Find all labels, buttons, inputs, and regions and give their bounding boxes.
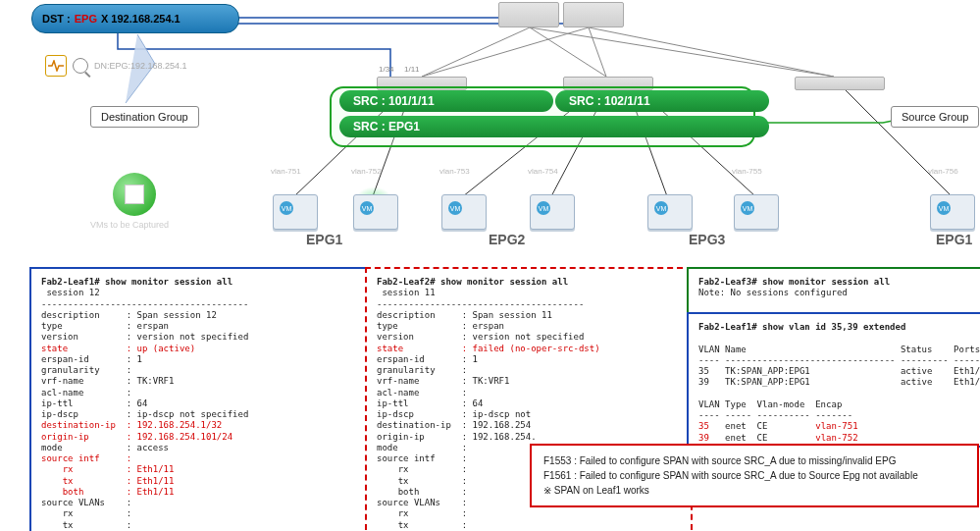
term-leaf1: Fab2-Leaf1# show monitor session all ses… [29,267,367,531]
spine-1 [498,2,559,27]
callout-dst: Destination Group [90,106,199,128]
vlan-4: vlan-754 [528,167,558,176]
server-1: VM [273,194,318,230]
server-7: VM [930,194,975,230]
vlan-5: vlan-755 [732,167,762,176]
leaf-3 [795,77,885,90]
dn-row: DN:EPG:192.168.254.1 [45,55,187,77]
src-pill-a: SRC : 101/1/11 [339,90,553,112]
dst-prefix: DST : [42,13,71,25]
fault-2: F1561 : Failed to configure SPAN with so… [543,468,965,483]
server-2: VM [353,194,398,230]
vm-captured-icon [113,173,156,216]
svg-line-2 [530,27,834,77]
spine-2 [563,2,624,27]
vm-caption: VMs to be Captured [90,220,169,230]
server-5: VM [647,194,693,230]
vlan-6: vlan-756 [928,167,958,176]
fault-1: F1553 : Failed to configure SPAN with so… [543,453,965,468]
port-1-11: 1/11 [404,65,420,74]
callout-src: Source Group [891,106,979,128]
epg-label-4: EPG1 [936,232,972,247]
dst-epg: EPG [75,13,97,25]
term-vlan: Fab2-Leaf1# show vlan id 35,39 extended … [687,312,980,448]
vlan-3: vlan-753 [439,167,470,176]
svg-line-5 [589,27,834,77]
vlan-1: vlan-751 [271,167,301,176]
vlan-2: vlan-752 [351,167,382,176]
port-1-34: 1/34 [379,65,394,74]
dst-pill: DST : EPG X 192.168.254.1 [31,4,239,33]
epg-label-1: EPG1 [306,232,342,247]
src-pill-c: SRC : EPG1 [339,116,769,137]
svg-line-12 [844,88,952,196]
epg-label-3: EPG3 [689,232,725,247]
epg-label-2: EPG2 [489,232,525,247]
svg-line-1 [530,27,606,77]
svg-line-4 [589,27,606,77]
svg-line-0 [422,27,530,77]
heartbeat-icon [45,55,67,77]
server-6: VM [734,194,779,230]
src-pill-b: SRC : 102/1/11 [555,90,769,112]
dst-ip: X 192.168.254.1 [101,13,181,25]
magnifier-icon [73,58,88,74]
server-4: VM [530,194,575,230]
fault-note: F1553 : Failed to configure SPAN with so… [530,444,979,507]
server-3: VM [441,194,487,230]
svg-line-3 [422,27,589,77]
dn-text: DN:EPG:192.168.254.1 [94,61,187,71]
fault-3: ※ SPAN on Leaf1 works [543,483,965,498]
